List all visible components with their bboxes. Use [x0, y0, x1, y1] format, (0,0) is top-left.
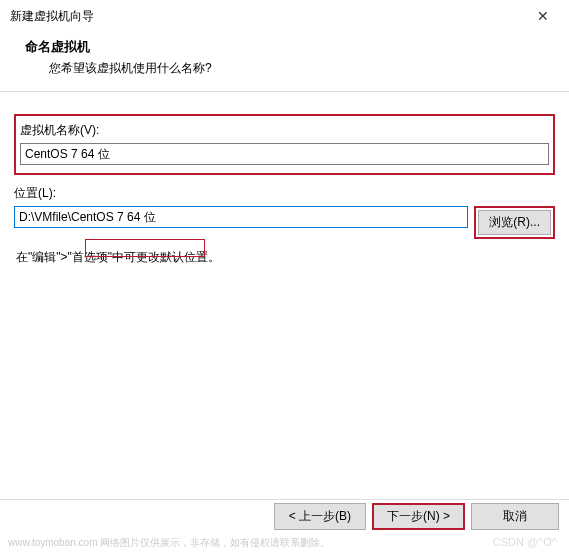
cancel-button[interactable]: 取消 [471, 503, 559, 530]
watermark-right: CSDN @^O^ [493, 536, 557, 548]
browse-highlight: 浏览(R)... [474, 206, 555, 239]
vm-name-input[interactable] [20, 143, 549, 165]
page-subtitle: 您希望该虚拟机使用什么名称? [25, 60, 544, 77]
vm-name-group: 虚拟机名称(V): [14, 114, 555, 175]
location-hint: 在"编辑">"首选项"中可更改默认位置。 [14, 239, 555, 276]
window-title: 新建虚拟机向导 [10, 8, 94, 25]
location-label: 位置(L): [14, 185, 555, 202]
watermark-left: www.toymoban.com 网络图片仅供展示，非存储，如有侵权请联系删除。 [8, 536, 569, 550]
vm-name-label: 虚拟机名称(V): [20, 122, 549, 139]
close-icon[interactable]: ✕ [529, 6, 557, 26]
location-input[interactable] [14, 206, 468, 228]
page-title: 命名虚拟机 [25, 38, 544, 56]
browse-button[interactable]: 浏览(R)... [478, 210, 551, 235]
footer-separator [0, 499, 569, 500]
back-button[interactable]: < 上一步(B) [274, 503, 366, 530]
next-button[interactable]: 下一步(N) > [372, 503, 465, 530]
wizard-header: 命名虚拟机 您希望该虚拟机使用什么名称? [0, 30, 569, 92]
